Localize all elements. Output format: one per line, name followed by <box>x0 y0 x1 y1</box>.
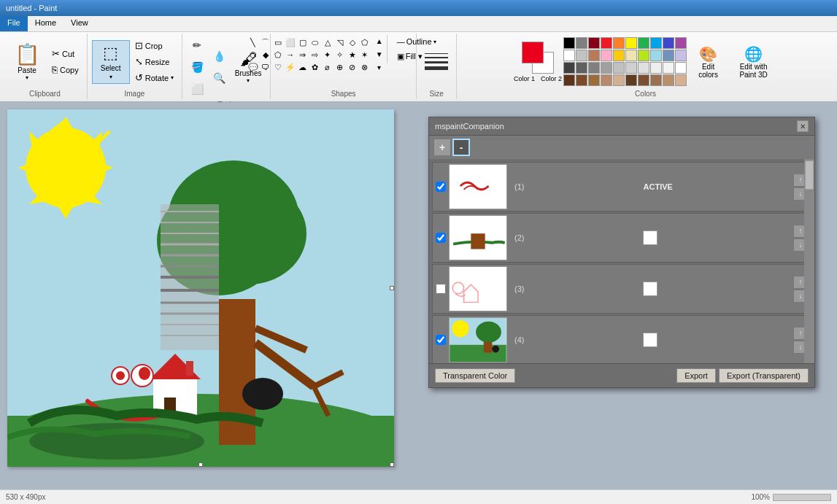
shape-custom4[interactable]: ⊕ <box>334 61 346 73</box>
color-swatch[interactable] <box>675 62 687 74</box>
color-swatch[interactable] <box>638 37 649 49</box>
shape-rect[interactable]: ▭ <box>272 36 284 48</box>
drawing-canvas[interactable] <box>7 109 394 467</box>
shape-curve[interactable]: ⌒ <box>260 36 271 48</box>
resize-button[interactable]: ⤡ Resize <box>131 54 177 69</box>
shape-pentagon[interactable]: ⬠ <box>359 36 371 48</box>
shape-custom3[interactable]: ⌀ <box>322 61 333 73</box>
color-swatch[interactable] <box>576 37 587 49</box>
size-3[interactable] <box>425 61 448 63</box>
shape-right-tri[interactable]: ◹ <box>334 36 346 48</box>
shape-triangle[interactable]: △ <box>322 36 333 48</box>
color-swatch[interactable] <box>601 74 612 86</box>
shape-custom6[interactable]: ⊗ <box>359 61 371 73</box>
color-swatch[interactable] <box>563 62 575 74</box>
export-transparent-button[interactable]: Export (Transparent) <box>719 368 809 383</box>
size-2[interactable] <box>425 57 448 58</box>
shape-callout2[interactable]: 🗨 <box>260 61 271 73</box>
color1-swatch[interactable] <box>522 42 544 63</box>
color-swatch[interactable] <box>613 37 625 49</box>
resize-handle-mr[interactable] <box>390 286 394 290</box>
shape-line[interactable]: ╲ <box>247 36 259 48</box>
shape-custom5[interactable]: ⊘ <box>347 61 358 73</box>
color-swatch[interactable] <box>588 62 600 74</box>
color-swatch[interactable] <box>650 62 662 74</box>
menu-file[interactable]: File <box>0 16 28 31</box>
color-swatch[interactable] <box>650 37 662 49</box>
color-swatch[interactable] <box>576 50 587 61</box>
resize-handle-bm[interactable] <box>198 462 203 467</box>
color-swatch[interactable] <box>625 62 637 74</box>
edit-with-3d-button[interactable]: 🌐 Edit with Paint 3D <box>730 42 777 82</box>
color-swatch[interactable] <box>675 50 687 61</box>
companion-remove-button[interactable]: - <box>452 139 470 156</box>
color-swatch[interactable] <box>588 50 600 61</box>
color-swatch[interactable] <box>663 74 674 86</box>
layer-1-checkbox[interactable] <box>436 182 446 192</box>
shape-oct[interactable]: ⬠ <box>272 49 284 61</box>
shapes-scroll-down[interactable]: ▼ <box>374 48 385 60</box>
color-swatch[interactable] <box>638 50 649 61</box>
layer-4-checkbox[interactable] <box>436 335 446 345</box>
shape-star4[interactable]: ✧ <box>334 49 346 61</box>
shape-diamond[interactable]: ◇ <box>347 36 358 48</box>
layer-2-checkbox[interactable] <box>436 233 446 243</box>
fill-button[interactable]: 🪣 <box>187 57 207 77</box>
crop-button[interactable]: ⊡ Crop <box>131 38 177 53</box>
shape-rect2[interactable]: ⬜ <box>285 36 296 48</box>
color-swatch[interactable] <box>563 37 575 49</box>
shape-callout1[interactable]: 💬 <box>247 61 259 73</box>
menu-view[interactable]: View <box>63 16 96 31</box>
zoom-slider[interactable] <box>773 494 831 501</box>
edit-colors-button[interactable]: 🎨 Edit colors <box>688 42 728 82</box>
color-pick-button[interactable]: 💧 <box>209 46 229 66</box>
shape-custom2[interactable]: ✿ <box>309 61 321 73</box>
color-swatch[interactable] <box>563 74 575 86</box>
menu-home[interactable]: Home <box>28 16 63 31</box>
color-swatch[interactable] <box>625 50 637 61</box>
color-swatch[interactable] <box>625 37 637 49</box>
companion-close-button[interactable]: ✕ <box>797 120 809 132</box>
color-swatch[interactable] <box>663 62 674 74</box>
color-swatch[interactable] <box>613 62 625 74</box>
color-swatch[interactable] <box>663 37 674 49</box>
magnify-button[interactable]: 🔍 <box>209 68 229 88</box>
layer-3-checkbox[interactable] <box>436 284 446 294</box>
color-swatch[interactable] <box>588 74 600 86</box>
color-swatch[interactable] <box>650 50 662 61</box>
layers-scrollbar[interactable] <box>804 159 814 363</box>
color-swatch[interactable] <box>625 74 637 86</box>
shape-custom1[interactable]: ☁ <box>297 61 309 73</box>
shapes-scroll-more[interactable]: ▾ <box>374 61 385 73</box>
rotate-button[interactable]: ↺ Rotate ▾ <box>131 70 177 85</box>
transparent-color-button[interactable]: Transparent Color <box>435 368 515 383</box>
color-swatch[interactable] <box>601 62 612 74</box>
shape-rhombus[interactable]: ◆ <box>260 49 271 61</box>
color-swatch[interactable] <box>613 74 625 86</box>
color-swatch[interactable] <box>588 37 600 49</box>
color-swatch[interactable] <box>563 50 575 61</box>
color-swatch[interactable] <box>601 37 612 49</box>
pencil-button[interactable]: ✏ <box>187 35 207 55</box>
select-button[interactable]: ⬚ Select ▾ <box>92 40 130 84</box>
shape-arrow2[interactable]: ⇒ <box>297 49 309 61</box>
companion-add-button[interactable]: + <box>433 139 451 156</box>
shape-lightning[interactable]: ⚡ <box>285 61 296 73</box>
color-swatch[interactable] <box>675 74 687 86</box>
color-swatch[interactable] <box>663 50 674 61</box>
shape-heart[interactable]: ♡ <box>272 61 284 73</box>
shape-star6[interactable]: ✶ <box>359 49 371 61</box>
color-swatch[interactable] <box>638 74 649 86</box>
scrollbar-thumb[interactable] <box>805 160 814 190</box>
eraser-button[interactable]: ⬜ <box>187 79 207 99</box>
shape-arrow[interactable]: → <box>285 49 296 61</box>
size-4[interactable] <box>425 66 448 70</box>
shape-hex[interactable]: ⬡ <box>247 49 259 61</box>
resize-handle-br[interactable] <box>390 462 394 467</box>
color-swatch[interactable] <box>576 62 587 74</box>
color-swatch[interactable] <box>601 50 612 61</box>
shapes-scroll-up[interactable]: ▲ <box>374 35 385 47</box>
color-swatch[interactable] <box>576 74 587 86</box>
color-swatch[interactable] <box>650 74 662 86</box>
shape-star5[interactable]: ★ <box>347 49 358 61</box>
